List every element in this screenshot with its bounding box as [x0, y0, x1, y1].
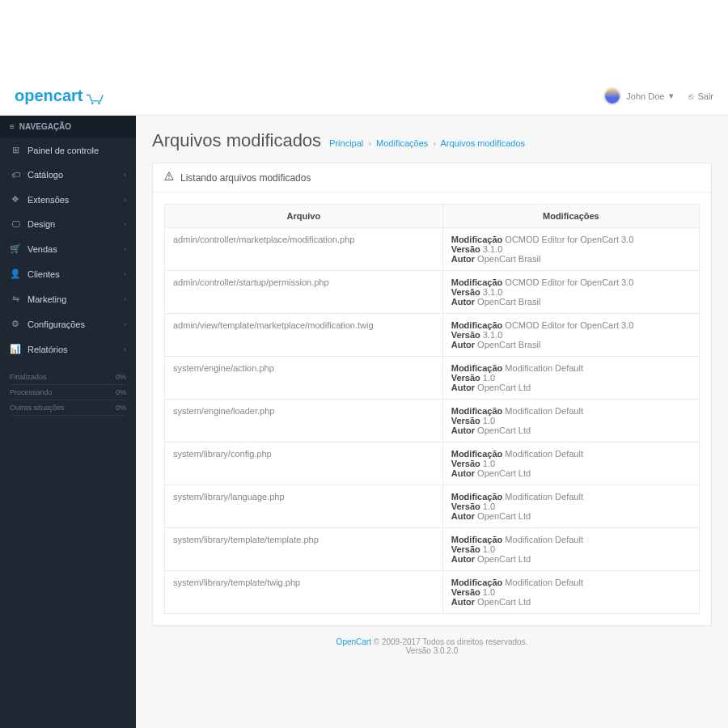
logout-label: Sair [697, 91, 713, 101]
sidebar-stats: Finalizados0%Processando0%Outras situaçõ… [0, 362, 136, 424]
cell-mods: Modificação Modification DefaultVersão 1… [442, 400, 699, 442]
tag-icon: 🏷 [10, 170, 21, 180]
files-table: Arquivo Modificações admin/controller/ma… [164, 204, 700, 614]
chevron-right-icon: › [124, 220, 126, 228]
cell-file: system/library/config.php [165, 442, 443, 485]
svg-point-0 [91, 102, 94, 104]
table-row: system/engine/action.phpModificação Modi… [165, 357, 700, 400]
chevron-down-icon: ▾ [669, 91, 674, 101]
cell-file: system/library/language.php [165, 485, 443, 528]
user-icon: 👤 [10, 269, 21, 279]
chevron-right-icon: › [124, 171, 126, 179]
top-spacer [0, 0, 728, 77]
sidebar-item-label: Clientes [28, 269, 117, 279]
svg-point-1 [99, 102, 101, 104]
nav-title: ≡ NAVEGAÇÃO [0, 116, 136, 138]
cell-mods: Modificação OCMOD Editor for OpenCart 3.… [442, 271, 699, 314]
svg-rect-2 [168, 175, 169, 177]
logout-icon: ⎋ [688, 91, 694, 101]
breadcrumb-home[interactable]: Principal [329, 138, 363, 148]
content: Arquivos modificados Principal › Modific… [136, 116, 728, 728]
col-file: Arquivo [165, 205, 443, 228]
cell-mods: Modificação Modification DefaultVersão 1… [442, 485, 699, 528]
sidebar-item-label: Configurações [28, 320, 117, 329]
table-row: system/library/template/template.phpModi… [165, 528, 700, 571]
breadcrumb: Principal › Modificações › Arquivos modi… [329, 138, 525, 148]
cell-file: system/engine/action.php [165, 357, 443, 400]
table-row: system/engine/loader.phpModificação Modi… [165, 400, 700, 442]
table-row: admin/view/template/marketplace/modifica… [165, 314, 700, 357]
sidebar-item-label: Design [28, 219, 117, 229]
col-mods: Modificações [442, 205, 699, 228]
cell-file: admin/controller/startup/permission.php [165, 271, 443, 314]
cell-mods: Modificação OCMOD Editor for OpenCart 3.… [442, 314, 699, 357]
chevron-right-icon: › [124, 320, 126, 328]
sidebar-item-user[interactable]: 👤Clientes› [0, 261, 136, 286]
svg-rect-3 [168, 178, 169, 179]
gear-icon: ⚙ [10, 319, 21, 329]
breadcrumb-current[interactable]: Arquivos modificados [440, 138, 525, 148]
brand-text: opencart [15, 87, 83, 105]
chevron-right-icon: › [124, 345, 126, 353]
header: opencart John Doe ▾ ⎋ Sair [0, 77, 728, 116]
stat-row: Outras situações0% [10, 400, 126, 416]
table-row: admin/controller/marketplace/modificatio… [165, 228, 700, 271]
footer: OpenCart © 2009-2017 Todos os direitos r… [152, 626, 712, 678]
logout-link[interactable]: ⎋ Sair [688, 91, 713, 101]
avatar [603, 87, 621, 105]
cell-mods: Modificação Modification DefaultVersão 1… [442, 442, 699, 485]
cell-mods: Modificação OCMOD Editor for OpenCart 3.… [442, 228, 699, 271]
footer-copy: © 2009-2017 Todos os direitos reservados… [371, 637, 527, 646]
chevron-right-icon: › [124, 196, 126, 204]
sidebar-item-label: Painel de controle [28, 146, 126, 155]
table-row: admin/controller/startup/permission.phpM… [165, 271, 700, 314]
cell-file: system/engine/loader.php [165, 400, 443, 442]
chevron-right-icon: › [124, 270, 126, 278]
chevron-right-icon: › [124, 245, 126, 253]
sidebar-item-share[interactable]: ⇋Marketing› [0, 286, 136, 311]
footer-version: Versão 3.0.2.0 [406, 646, 459, 655]
cart-icon [86, 91, 104, 102]
sidebar-item-label: Catálogo [28, 170, 117, 180]
table-row: system/library/template/twig.phpModifica… [165, 571, 700, 614]
page-title: Arquivos modificados [152, 130, 321, 151]
sidebar-item-label: Extensões [28, 195, 117, 205]
sidebar-item-puzzle[interactable]: ❖Extensões› [0, 187, 136, 212]
cell-mods: Modificação Modification DefaultVersão 1… [442, 528, 699, 571]
cell-mods: Modificação Modification DefaultVersão 1… [442, 571, 699, 614]
chevron-right-icon: › [124, 295, 126, 303]
footer-link[interactable]: OpenCart [336, 637, 371, 646]
menu-icon: ≡ [10, 122, 15, 131]
stat-row: Processando0% [10, 385, 126, 400]
share-icon: ⇋ [10, 294, 21, 304]
monitor-icon: 🖵 [10, 219, 21, 229]
sidebar-item-tag[interactable]: 🏷Catálogo› [0, 163, 136, 187]
cell-file: system/library/template/template.php [165, 528, 443, 571]
cell-file: admin/view/template/marketplace/modifica… [165, 314, 443, 357]
sidebar-item-chart[interactable]: 📊Relatórios› [0, 336, 136, 362]
sidebar-item-label: Marketing [28, 294, 117, 304]
panel: Listando arquivos modificados Arquivo Mo… [152, 163, 712, 626]
stat-row: Finalizados0% [10, 370, 126, 385]
chart-icon: 📊 [10, 344, 21, 354]
puzzle-icon: ❖ [10, 194, 21, 205]
cart-icon: 🛒 [10, 243, 21, 254]
table-row: system/library/language.phpModificação M… [165, 485, 700, 528]
dashboard-icon: ⊞ [10, 145, 21, 155]
panel-head: Listando arquivos modificados [153, 163, 711, 193]
brand-logo[interactable]: opencart [15, 87, 104, 105]
sidebar-item-cart[interactable]: 🛒Vendas› [0, 236, 136, 261]
warning-icon [164, 171, 174, 184]
table-row: system/library/config.phpModificação Mod… [165, 442, 700, 485]
sidebar-item-gear[interactable]: ⚙Configurações› [0, 311, 136, 336]
cell-file: admin/controller/marketplace/modificatio… [165, 228, 443, 271]
sidebar-item-monitor[interactable]: 🖵Design› [0, 212, 136, 236]
sidebar: ≡ NAVEGAÇÃO ⊞Painel de controle🏷Catálogo… [0, 116, 136, 728]
sidebar-item-label: Relatórios [28, 345, 117, 354]
sidebar-item-label: Vendas [28, 244, 117, 254]
user-name: John Doe [626, 91, 664, 101]
breadcrumb-parent[interactable]: Modificações [376, 138, 428, 148]
cell-file: system/library/template/twig.php [165, 571, 443, 614]
user-menu[interactable]: John Doe ▾ [603, 87, 674, 105]
sidebar-item-dashboard[interactable]: ⊞Painel de controle [0, 138, 136, 163]
